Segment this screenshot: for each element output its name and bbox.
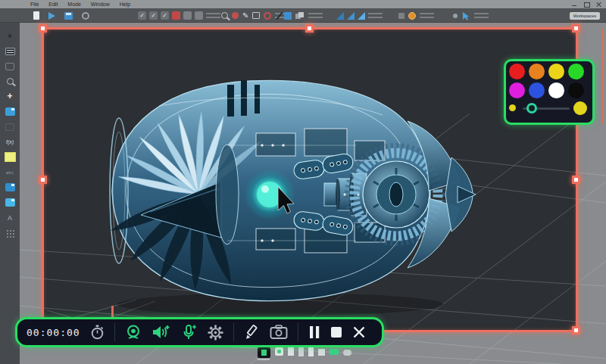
app-window: File Edit Mode Window Help ✓ ✓ ✓ [0, 0, 606, 364]
screenshot-camera-icon[interactable] [270, 325, 288, 340]
taskbar-app-icon[interactable] [298, 347, 304, 356]
pivot-icon[interactable] [453, 14, 458, 18]
minimize-icon[interactable] [571, 2, 578, 8]
record-dot-icon[interactable] [232, 12, 239, 19]
import-icon[interactable] [48, 12, 55, 20]
mouse-cursor [277, 186, 295, 215]
color-sphere-icon[interactable] [408, 12, 416, 20]
maximize-icon[interactable] [583, 2, 590, 8]
surface-tool-icon[interactable] [347, 12, 355, 20]
compass-a-icon[interactable]: A [3, 212, 17, 223]
toolbar-label [308, 13, 323, 18]
speaker-plus-icon[interactable] [152, 324, 171, 341]
taskbar-app-icon[interactable] [288, 347, 294, 356]
color-magenta-swatch[interactable] [509, 82, 525, 98]
target-tool-icon[interactable] [264, 12, 271, 20]
function-fx-icon[interactable]: f(x) [3, 136, 17, 148]
move-tool-icon[interactable]: + [3, 30, 17, 42]
color-yellow-swatch[interactable] [548, 64, 564, 79]
toggle-record-icon[interactable] [172, 11, 180, 20]
capture-region-border[interactable] [42, 27, 578, 332]
toolbar-label [420, 13, 434, 18]
select-arrow-icon[interactable] [461, 11, 470, 20]
workspaces-button[interactable]: Workspaces [570, 12, 600, 20]
wrench-tool-icon[interactable] [3, 61, 17, 72]
menu-help[interactable]: Help [120, 0, 130, 8]
toolbar-label [474, 13, 489, 18]
save-icon[interactable] [64, 12, 73, 20]
zoom-tool-icon[interactable] [221, 12, 228, 19]
draw-tool-icon[interactable]: ✎ [242, 11, 248, 20]
pencil-icon[interactable] [244, 325, 260, 341]
brush-preview-dot [573, 101, 587, 115]
toggle-shade-icon[interactable] [195, 11, 203, 20]
stop-icon[interactable] [330, 326, 342, 338]
webcam-icon[interactable] [125, 324, 142, 341]
group-objects-icon[interactable] [295, 12, 305, 20]
color-white-swatch[interactable] [548, 82, 564, 98]
color-blue-swatch[interactable] [529, 82, 545, 98]
new-document-icon[interactable] [33, 11, 39, 20]
microphone-plus-icon[interactable] [181, 324, 198, 341]
transform-plus-icon[interactable]: + [3, 91, 17, 102]
divider [233, 323, 234, 341]
window-controls [571, 0, 602, 8]
handle-middle-right[interactable] [572, 176, 580, 184]
taskbar-app-icon[interactable] [308, 347, 314, 356]
material-blue-icon[interactable] [3, 182, 17, 193]
annotate-tool-icon[interactable] [3, 106, 17, 117]
material-tool-icon[interactable] [398, 13, 405, 19]
taskbar-app-icon[interactable] [318, 349, 325, 356]
handle-top-left[interactable] [39, 24, 47, 33]
tool-sidebar: + + f(x) abc A [0, 23, 20, 364]
toggle-snap-icon[interactable]: ✓ [138, 11, 146, 20]
region-tool-icon[interactable] [252, 12, 260, 19]
menu-file[interactable]: File [30, 0, 39, 8]
stopwatch-icon[interactable] [90, 325, 105, 340]
menu-mode[interactable]: Mode [67, 0, 81, 8]
color-green-swatch[interactable] [568, 64, 584, 79]
right-edge-artifact [601, 29, 604, 124]
handle-top-right[interactable] [572, 24, 580, 33]
color-orange-swatch[interactable] [529, 64, 545, 79]
taskbar-app-icon[interactable] [275, 347, 283, 356]
close-icon[interactable] [595, 2, 602, 8]
recording-timer: 00:00:00 [27, 327, 80, 338]
handle-bottom-right[interactable] [572, 326, 580, 334]
toggle-grid-icon[interactable]: ✓ [149, 11, 158, 20]
color-red-swatch[interactable] [509, 64, 525, 79]
zoom-magnifier-icon[interactable] [3, 76, 17, 87]
size-slider-handle[interactable] [526, 103, 537, 114]
ghost-tool-icon[interactable] [3, 121, 17, 132]
layers-panel-icon[interactable] [3, 45, 17, 57]
solid-tool-icon[interactable] [358, 12, 365, 20]
handle-top-center[interactable] [305, 24, 314, 33]
taskbar-app-icon[interactable] [330, 349, 339, 355]
active-color-swatch[interactable] [3, 151, 17, 163]
taskbar-app-icon[interactable] [258, 347, 270, 358]
taskbar-app-icon[interactable] [343, 350, 351, 356]
taskbar-icons [258, 347, 351, 362]
main-toolbar: ✓ ✓ ✓ ✎ [0, 8, 606, 23]
divider [298, 323, 298, 341]
menu-window[interactable]: Window [91, 0, 110, 8]
close-icon[interactable] [352, 325, 366, 339]
grid-dots-icon[interactable] [3, 227, 17, 238]
material-cyan-icon[interactable] [3, 197, 17, 208]
divider [114, 323, 115, 341]
menu-bar: File Edit Mode Window Help [0, 0, 606, 8]
settings-gear-icon[interactable] [208, 325, 223, 341]
toggle-view-icon[interactable] [183, 11, 192, 20]
toolbar-label [368, 13, 383, 18]
mesh-tool-icon[interactable] [336, 12, 344, 20]
pause-icon[interactable] [308, 325, 320, 339]
refresh-icon[interactable] [82, 12, 89, 20]
text-abc-icon[interactable]: abc [3, 166, 17, 178]
toolbar-label [206, 13, 220, 18]
cube-tool-icon[interactable] [284, 12, 292, 20]
recorder-toolbar: 00:00:00 [15, 317, 384, 347]
color-black-swatch[interactable] [568, 82, 584, 98]
toggle-axis-icon[interactable]: ✓ [161, 11, 169, 20]
menu-edit[interactable]: Edit [48, 0, 58, 8]
handle-middle-left[interactable] [39, 176, 47, 184]
